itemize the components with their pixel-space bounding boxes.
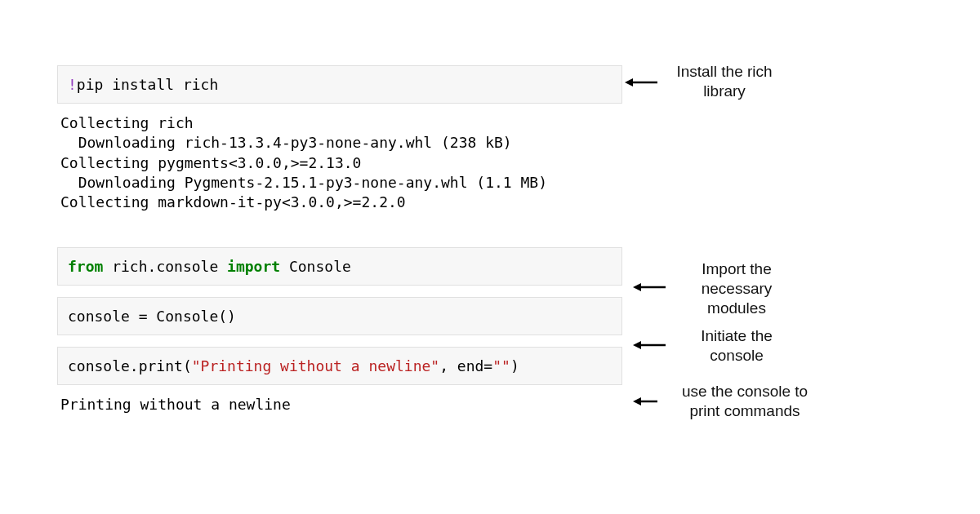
annotation-init: Initiate the console <box>679 326 794 366</box>
code-cell-print: console.print("Printing without a newlin… <box>57 347 622 385</box>
print-prefix: console.print( <box>68 357 192 374</box>
arrow-left-icon <box>633 339 666 351</box>
svg-marker-1 <box>625 78 633 86</box>
install-command: pip install rich <box>77 76 218 93</box>
code-column: !pip install rich Collecting rich Downlo… <box>57 65 622 415</box>
arrow-left-icon <box>633 396 657 407</box>
print-string-1: "Printing without a newline" <box>192 357 439 374</box>
code-cell-install: !pip install rich <box>57 65 622 104</box>
code-cell-init: console = Console() <box>57 297 622 335</box>
svg-marker-5 <box>633 341 641 349</box>
print-mid: , end= <box>439 357 492 374</box>
import-keyword: import <box>227 258 280 275</box>
print-output: Printing without a newline <box>57 390 622 414</box>
print-string-2: "" <box>492 357 510 374</box>
annotation-print: use the console to print commands <box>663 382 826 421</box>
annotation-import: Import the necessary modules <box>679 259 794 317</box>
annotation-install: Install the rich library <box>659 62 790 101</box>
init-line: console = Console() <box>68 308 236 325</box>
import-module: rich.console <box>103 258 227 275</box>
bang-operator: ! <box>68 76 77 93</box>
print-suffix: ) <box>510 357 519 374</box>
arrow-left-icon <box>625 77 657 88</box>
code-cell-import: from rich.console import Console <box>57 247 622 286</box>
import-name: Console <box>280 258 351 275</box>
from-keyword: from <box>68 258 103 275</box>
arrow-left-icon <box>633 281 666 293</box>
svg-marker-3 <box>633 283 641 291</box>
install-output: Collecting rich Downloading rich-13.3.4-… <box>57 109 622 212</box>
page: !pip install rich Collecting rich Downlo… <box>0 0 980 514</box>
svg-marker-7 <box>633 397 641 405</box>
